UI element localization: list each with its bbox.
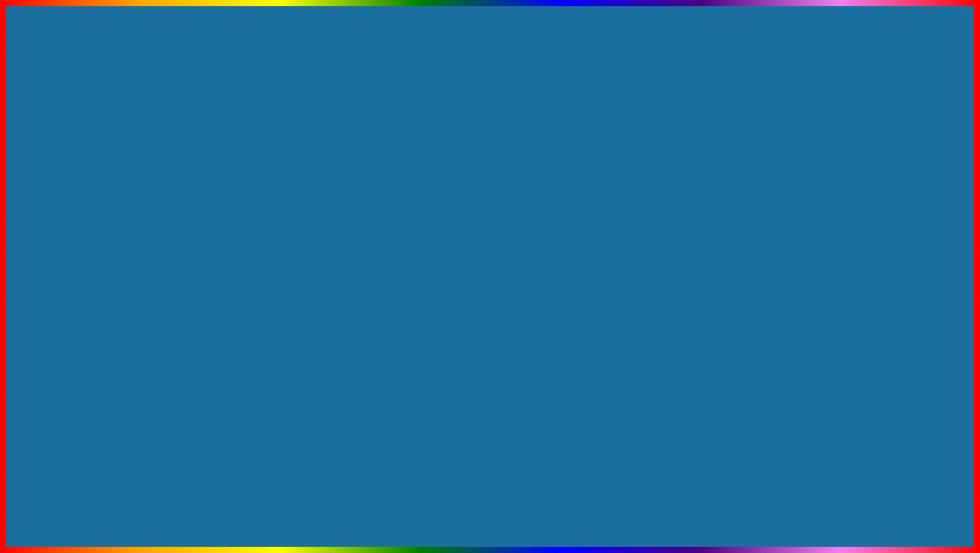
- normal-fast-icon: 🌐: [193, 250, 204, 260]
- weapon-title: 🗡️ Select Weapon 🗡️: [190, 182, 319, 189]
- auto-third-sea-row: 🌐 Auto Third Sea: [57, 229, 185, 246]
- panel-right-body: 🌊 Seas 🌊 👆 Teleport To Old World 👆 Telep…: [554, 177, 938, 284]
- panel-left-col2: 🗡️ Select Weapon 🗡️ Select Weapon : Mele…: [190, 182, 319, 278]
- auto-farm-header: 🌐 Auto Farm 🌐: [57, 182, 185, 189]
- auto-farm-near-label: Auto Farm Near: [75, 263, 159, 270]
- super-fast-attack-label: Super Fast Attack: [207, 234, 295, 241]
- nav-status[interactable]: Status: [134, 165, 151, 174]
- right-nav-teleport-raid[interactable]: Teleport + Raid: [615, 165, 659, 174]
- panel-left-key: [ RightControl ]: [277, 152, 318, 159]
- right-nav-fruit-shop[interactable]: Fruit + Shop: [667, 165, 701, 174]
- super-fast-attack-icon: 🌐: [193, 233, 204, 243]
- buy-chip-select-label: Buy Chip Select: [821, 230, 864, 237]
- raid-label: ⚙️ Raid ⚙️: [827, 181, 858, 188]
- title-letter-o: O: [289, 5, 366, 107]
- weapon-select-dropdown[interactable]: Select Weapon : Melee ▼: [190, 193, 319, 208]
- auto-second-sea-row: 🌐 Auto Second Sea: [57, 211, 185, 227]
- auto-farm-level-toggle[interactable]: [163, 196, 181, 205]
- nav-user-hub[interactable]: User Hub: [58, 165, 84, 174]
- auto-farm-label: 🌐 Auto Farm 🌐: [100, 182, 143, 189]
- auto-buy-chip-row: 🌐 Auto Buy Chip: [751, 243, 935, 259]
- title-letter-x: X: [366, 5, 432, 107]
- fruit-decoration: 🧺: [315, 238, 376, 289]
- nav-teleport-raid[interactable]: Teleport + Raid: [188, 165, 230, 174]
- auto-start-go-dunp-toggle[interactable]: [914, 265, 932, 274]
- auto-second-sea-toggle[interactable]: [163, 215, 181, 224]
- bg-triangle: [757, 391, 838, 492]
- teleport-old-world-label: Teleport To Old World: [576, 196, 634, 203]
- attack-delay-title: 🐇 Fast Attack Delay 🐇: [190, 212, 319, 218]
- auto-second-sea-label: Auto Second Sea: [75, 216, 159, 223]
- main-title: BLOX FRUITS: [0, 10, 980, 101]
- right-nav-status[interactable]: Status: [561, 165, 578, 174]
- race-divider: 🏔️ Race V.4 TP 🏔️: [559, 242, 742, 253]
- auto-buy-chip-label: Auto Buy Chip: [767, 248, 910, 255]
- auto-farm-near-row: 🌐 Auto Farm Near: [57, 258, 185, 274]
- panel-left-col1: 🌐 Auto Farm 🌐 🌐 Auto Farm Level 🌐 Auto S…: [57, 182, 185, 278]
- weapon-select-chevron: ▼: [308, 197, 314, 204]
- normal-fast-label: Normal Fast: [207, 251, 295, 258]
- normal-fast-toggle[interactable]: [298, 250, 316, 259]
- skull-icon: 💀: [803, 495, 843, 536]
- teleport-second-sea[interactable]: 👆 Teleport To Second Sea: [559, 209, 742, 225]
- raid-title: ⚙️ Raid ⚙️: [751, 181, 935, 188]
- nav-main[interactable]: Main: [92, 165, 106, 174]
- buy-chip-select-btn[interactable]: Buy Chip Select: [751, 227, 935, 241]
- auto-third-sea-label: Auto Third Sea: [75, 234, 159, 241]
- bf-logo-inner: 💀 BLOX FRUITS: [803, 483, 950, 548]
- others-label: 🔘 Others + Quest W 🔘: [90, 250, 152, 256]
- select-chips-value: Select Chips: [756, 214, 790, 221]
- auto-third-sea-toggle[interactable]: [163, 233, 181, 242]
- title-letter-l: L: [228, 5, 289, 107]
- auto-select-dungeon-row: 🌐 Auto Select Dungeon: [751, 192, 935, 209]
- bottom-script: SCRIPT: [477, 488, 626, 534]
- auto-buy-chip-toggle[interactable]: [914, 247, 932, 256]
- nav-item[interactable]: Item: [114, 165, 125, 174]
- auto-buy-chip-icon: 🌐: [753, 246, 763, 256]
- super-fast-attack-toggle[interactable]: [298, 233, 316, 243]
- right-nav-misc[interactable]: Misc: [709, 165, 722, 174]
- seas-column: 🌊 Seas 🌊 👆 Teleport To Old World 👆 Telep…: [554, 177, 747, 284]
- panel-right: URANIUM Hubs x Premium 1.0 [ RightContro…: [553, 147, 939, 285]
- fps-info: Fps : 60 Ping : 125.235 (25%CV): [190, 220, 319, 226]
- weapon-select-value: Select Weapon : Melee: [195, 197, 258, 204]
- temple-of-time[interactable]: 👆 Temple of time: [559, 253, 742, 269]
- fruit-basket: 🧺: [315, 238, 371, 284]
- auto-start-go-dunp-row: 🌐 Auto Start Go To Dunp...: [751, 261, 935, 278]
- auto-select-dungeon-toggle[interactable]: [914, 196, 932, 205]
- fruit-leaf-2: [349, 227, 362, 240]
- bottom-farm: FARM: [309, 478, 467, 543]
- title-letter-t: T: [696, 5, 757, 107]
- bf-logo-fruits: FRUITS: [848, 515, 950, 548]
- panel-right-key: [ RightControl ]: [892, 152, 932, 159]
- normal-fast-row: 🌐 Normal Fast: [190, 247, 319, 262]
- teleport-second-sea-icon: 👆: [562, 213, 572, 221]
- teleport-old-world[interactable]: 👆 Teleport To Old World: [559, 192, 742, 209]
- badge-section: BEST TOP NO KEY: [383, 134, 566, 226]
- auto-start-go-dunp-label: Auto Start Go To Dunp...: [767, 266, 910, 273]
- nav-combat[interactable]: Combat: [159, 165, 180, 174]
- panel-right-title: URANIUM Hubs x Premium 1.0: [561, 151, 657, 159]
- bottom-auto: AUTO: [141, 478, 299, 543]
- panel-left-title: URANIUM Hubs x Premium 1.0: [58, 151, 154, 159]
- temple-icon: 👆: [562, 257, 572, 265]
- select-chips-chevron: ▼: [924, 214, 930, 221]
- auto-start-go-dunp-icon: 🌐: [753, 264, 763, 274]
- auto-second-sea-icon: 🌐: [61, 214, 71, 224]
- auto-farm-level-label: Auto Farm Level: [75, 197, 159, 204]
- panel-right-nav: Status Combat Teleport + Raid Fruit + Sh…: [554, 162, 938, 177]
- right-nav-combat[interactable]: Combat: [586, 165, 607, 174]
- teleport-second-sea-label: Teleport To Second Sea: [576, 213, 640, 220]
- bf-logo: 💀 BLOX FRUITS: [803, 483, 950, 548]
- select-chips-dropdown[interactable]: Select Chips ▼: [751, 211, 935, 225]
- bf-logo-text: BLOX FRUITS: [848, 483, 950, 548]
- title-letter-s: S: [757, 5, 823, 107]
- auto-farm-near-toggle[interactable]: [163, 262, 181, 271]
- title-letter-r: R: [523, 5, 594, 107]
- auto-farm-level-row: 🌐 Auto Farm Level: [57, 193, 185, 209]
- seas-label: 🌊 Seas 🌊: [635, 181, 665, 188]
- teleport-third-sea[interactable]: 👆 Teleport To Third Sea: [559, 225, 742, 242]
- auto-select-dungeon-label: Auto Select Dungeon: [767, 197, 910, 204]
- title-letter-b: B: [157, 5, 228, 107]
- auto-select-dungeon-icon: 🌐: [753, 195, 763, 205]
